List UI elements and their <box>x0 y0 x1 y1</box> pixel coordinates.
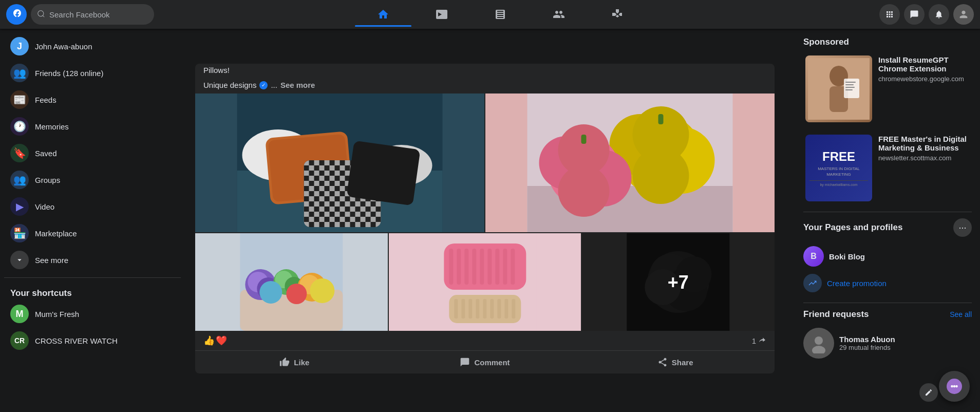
right-sidebar: Sponsored <box>795 29 980 412</box>
sidebar-item-saved[interactable]: 🔖 Saved <box>4 140 181 166</box>
sidebar-item-see-more[interactable]: See more <box>4 247 181 273</box>
svg-rect-54 <box>483 299 486 319</box>
nav-gaming[interactable] <box>589 2 646 27</box>
ad1-info: Install ResumeGPT Chrome Extension chrom… <box>878 55 970 122</box>
sidebar-item-user[interactable]: J John Awa-abuon <box>4 33 181 60</box>
sidebar-item-video[interactable]: ▶ Video <box>4 193 181 220</box>
user-name-label: John Awa-abuon <box>35 42 92 51</box>
page-item-boki[interactable]: B Boki Blog <box>803 243 972 270</box>
ad2-subtitle: MASTERS IN DIGITALMARKETING <box>818 166 860 177</box>
create-promotion-label: Create promotion <box>827 279 887 288</box>
reaction-count: 1 <box>752 336 766 346</box>
cross-river-label: CROSS RIVER WATCH <box>35 336 118 345</box>
nav-marketplace[interactable] <box>472 2 529 27</box>
sidebar-divider <box>4 277 181 278</box>
floating-edit-button[interactable] <box>919 383 938 402</box>
sidebar-item-memories[interactable]: 🕐 Memories <box>4 113 181 140</box>
post-partial-text: Pillows! <box>195 64 775 79</box>
svg-point-23 <box>558 165 610 217</box>
post-reactions: 👍 ❤️ 1 <box>195 331 775 351</box>
saved-label: Saved <box>35 149 57 158</box>
reaction-emojis: 👍 ❤️ <box>203 335 227 346</box>
groups-icon: 👥 <box>10 171 29 189</box>
svg-point-37 <box>310 278 334 303</box>
image-grid: +7 <box>195 93 775 331</box>
pages-profiles-title: Your Pages and profiles <box>803 222 902 233</box>
see-more-icon <box>10 251 29 269</box>
shortcuts-title: Your shortcuts <box>4 282 181 301</box>
messenger-icon-btn[interactable] <box>904 4 925 25</box>
share-button[interactable]: Share <box>580 353 770 371</box>
boki-blog-name: Boki Blog <box>829 252 865 261</box>
page-body: J John Awa-abuon 👥 Friends (128 online) … <box>0 0 980 412</box>
unique-text-content: Unique designs <box>203 81 256 89</box>
ad-card-1[interactable]: Install ResumeGPT Chrome Extension chrom… <box>803 53 972 124</box>
grid-icon-btn[interactable] <box>879 4 900 25</box>
thomas-avatar <box>803 328 834 359</box>
sidebar-item-friends[interactable]: 👥 Friends (128 online) <box>4 60 181 86</box>
svg-text:+7: +7 <box>668 272 689 293</box>
svg-rect-42 <box>464 249 468 285</box>
thomas-mutual: 29 mutual friends <box>839 344 972 351</box>
ad-card-2[interactable]: FREE MASTERS IN DIGITALMARKETING by mich… <box>803 133 972 203</box>
feeds-icon: 📰 <box>10 90 29 109</box>
see-more-link[interactable]: See more <box>280 81 315 89</box>
image-bottom-right: +7 <box>582 233 775 331</box>
profile-avatar-btn[interactable] <box>953 4 974 25</box>
search-icon <box>37 10 45 20</box>
svg-rect-41 <box>457 249 461 285</box>
sidebar-item-cross-river[interactable]: CR CROSS RIVER WATCH <box>4 327 181 354</box>
friend-item-thomas: Thomas Abuon 29 mutual friends <box>803 326 972 361</box>
comment-button[interactable]: Comment <box>390 353 580 371</box>
nav-groups[interactable] <box>531 2 587 27</box>
sidebar-item-feeds[interactable]: 📰 Feeds <box>4 86 181 113</box>
pages-profiles-header: Your Pages and profiles ··· <box>803 218 972 237</box>
image-top-left <box>195 93 484 232</box>
topnav-center <box>346 2 654 27</box>
ad2-by: by michaelwilliams.com <box>809 180 868 186</box>
promo-icon <box>803 274 822 292</box>
verified-badge: ✓ <box>259 81 268 89</box>
svg-rect-18 <box>658 114 664 124</box>
svg-point-79 <box>951 385 953 388</box>
svg-rect-71 <box>845 82 856 83</box>
pages-more-button[interactable]: ··· <box>953 218 972 237</box>
svg-rect-52 <box>468 299 472 319</box>
floating-messenger-button[interactable] <box>939 371 970 402</box>
svg-rect-50 <box>454 299 458 319</box>
friend-requests-header: Friend requests See all <box>803 309 972 320</box>
svg-point-35 <box>259 281 282 304</box>
svg-rect-55 <box>490 299 494 319</box>
image-bottom-row: +7 <box>195 233 775 331</box>
groups-label: Groups <box>35 176 60 184</box>
ad1-title: Install ResumeGPT Chrome Extension <box>878 55 970 73</box>
notifications-icon-btn[interactable] <box>929 4 949 25</box>
like-button[interactable]: Like <box>199 353 390 371</box>
see-all-button[interactable]: See all <box>950 310 972 319</box>
memories-icon: 🕐 <box>10 117 29 136</box>
svg-point-17 <box>633 147 689 204</box>
svg-point-36 <box>286 284 307 304</box>
video-label: Video <box>35 202 54 211</box>
friends-icon: 👥 <box>10 64 29 82</box>
nav-video[interactable] <box>413 2 470 27</box>
ad2-title: FREE Master's in Digital Marketing & Bus… <box>878 135 970 152</box>
sidebar-item-mums-fresh[interactable]: M Mum's Fresh <box>4 301 181 327</box>
nav-home[interactable] <box>355 2 411 27</box>
svg-rect-46 <box>495 249 499 285</box>
search-input[interactable] <box>49 10 148 19</box>
svg-rect-53 <box>476 299 479 319</box>
sidebar-item-groups[interactable]: 👥 Groups <box>4 166 181 193</box>
see-more-label: See more <box>35 256 68 265</box>
sidebar-item-marketplace[interactable]: 🏪 Marketplace <box>4 220 181 247</box>
svg-rect-73 <box>845 87 855 88</box>
post-actions: Like Comment Share <box>195 351 775 373</box>
marketplace-icon: 🏪 <box>10 224 29 242</box>
create-promotion-button[interactable]: Create promotion <box>803 270 972 296</box>
friend-requests-title: Friend requests <box>803 309 869 320</box>
image-bottom-left <box>195 233 388 331</box>
svg-rect-48 <box>511 249 515 285</box>
search-box[interactable] <box>31 4 154 25</box>
facebook-logo[interactable] <box>6 4 27 25</box>
video-icon: ▶ <box>10 197 29 216</box>
